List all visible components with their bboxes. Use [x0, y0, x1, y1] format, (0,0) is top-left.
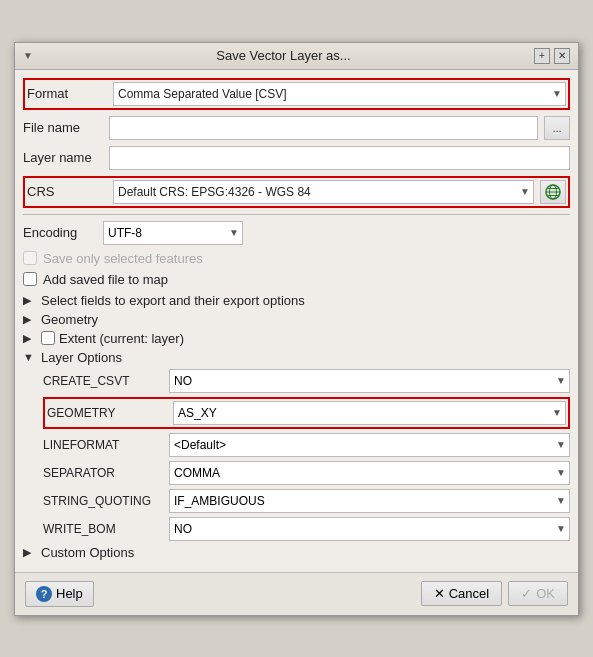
separator-select[interactable]: COMMA: [169, 461, 570, 485]
geometry-collapsible[interactable]: ▶ Geometry: [23, 312, 570, 327]
extent-checkbox[interactable]: [41, 331, 55, 345]
save-only-selected-label: Save only selected features: [43, 251, 203, 266]
select-fields-label: Select fields to export and their export…: [41, 293, 305, 308]
titlebar-close-button[interactable]: ✕: [554, 48, 570, 64]
ok-icon: ✓: [521, 586, 532, 601]
string-quoting-row: STRING_QUOTING IF_AMBIGUOUS ▼: [43, 489, 570, 513]
titlebar-plus-button[interactable]: +: [534, 48, 550, 64]
encoding-select-wrapper: UTF-8 ▼: [103, 221, 243, 245]
format-select-wrapper: Comma Separated Value [CSV] ▼: [113, 82, 566, 106]
layer-options-label: Layer Options: [41, 350, 122, 365]
lineformat-label: LINEFORMAT: [43, 438, 163, 452]
layername-input[interactable]: [109, 146, 570, 170]
write-bom-row: WRITE_BOM NO ▼: [43, 517, 570, 541]
create-csvt-select[interactable]: NO: [169, 369, 570, 393]
ok-label: OK: [536, 586, 555, 601]
separator-label: SEPARATOR: [43, 466, 163, 480]
format-row: Format Comma Separated Value [CSV] ▼: [27, 82, 566, 106]
separator-row: SEPARATOR COMMA ▼: [43, 461, 570, 485]
save-only-selected-checkbox[interactable]: [23, 251, 37, 265]
write-bom-label: WRITE_BOM: [43, 522, 163, 536]
custom-options-label: Custom Options: [41, 545, 134, 560]
dialog-title: Save Vector Layer as...: [33, 48, 534, 63]
cancel-button[interactable]: ✕ Cancel: [421, 581, 502, 606]
crs-row: CRS Default CRS: EPSG:4326 - WGS 84 ▼: [27, 180, 566, 204]
layer-options-section: CREATE_CSVT NO ▼ GEOMETRY AS_XY: [23, 369, 570, 541]
write-bom-select[interactable]: NO: [169, 517, 570, 541]
lineformat-select[interactable]: <Default>: [169, 433, 570, 457]
cancel-label: Cancel: [449, 586, 489, 601]
help-label: Help: [56, 586, 83, 601]
extent-label: Extent (current: layer): [59, 331, 184, 346]
geometry-option-section: GEOMETRY AS_XY ▼: [43, 397, 570, 429]
browse-button[interactable]: ...: [544, 116, 570, 140]
help-icon: ?: [36, 586, 52, 602]
geometry-label: Geometry: [41, 312, 98, 327]
custom-options-arrow-icon: ▶: [23, 546, 37, 559]
select-fields-arrow-icon: ▶: [23, 294, 37, 307]
dialog-footer: ? Help ✕ Cancel ✓ OK: [15, 572, 578, 615]
crs-select[interactable]: Default CRS: EPSG:4326 - WGS 84: [113, 180, 534, 204]
string-quoting-select[interactable]: IF_AMBIGUOUS: [169, 489, 570, 513]
add-saved-file-label: Add saved file to map: [43, 272, 168, 287]
lineformat-select-wrapper: <Default> ▼: [169, 433, 570, 457]
extent-collapsible[interactable]: ▶ Extent (current: layer): [23, 331, 570, 346]
format-section: Format Comma Separated Value [CSV] ▼: [23, 78, 570, 110]
encoding-row: Encoding UTF-8 ▼: [23, 221, 570, 245]
ok-button[interactable]: ✓ OK: [508, 581, 568, 606]
layername-label: Layer name: [23, 150, 103, 165]
select-fields-collapsible[interactable]: ▶ Select fields to export and their expo…: [23, 293, 570, 308]
globe-icon: [544, 183, 562, 201]
cancel-icon: ✕: [434, 586, 445, 601]
crs-section: CRS Default CRS: EPSG:4326 - WGS 84 ▼: [23, 176, 570, 208]
lineformat-row: LINEFORMAT <Default> ▼: [43, 433, 570, 457]
titlebar-left: ▼: [23, 50, 33, 61]
layername-row: Layer name: [23, 146, 570, 170]
filename-label: File name: [23, 120, 103, 135]
save-only-selected-row: Save only selected features: [23, 251, 570, 266]
extent-arrow-icon: ▶: [23, 332, 37, 345]
geometry-select-wrapper: AS_XY ▼: [173, 401, 566, 425]
crs-globe-button[interactable]: [540, 180, 566, 204]
layer-options-arrow-icon: ▼: [23, 351, 37, 363]
filename-row: File name ...: [23, 116, 570, 140]
layer-options-content: CREATE_CSVT NO ▼ GEOMETRY AS_XY: [43, 369, 570, 541]
geometry-option-row: GEOMETRY AS_XY ▼: [47, 401, 566, 425]
custom-options-collapsible[interactable]: ▶ Custom Options: [23, 545, 570, 560]
crs-label: CRS: [27, 184, 107, 199]
dialog-content: Format Comma Separated Value [CSV] ▼ Fil…: [15, 70, 578, 572]
add-saved-file-checkbox[interactable]: [23, 272, 37, 286]
write-bom-select-wrapper: NO ▼: [169, 517, 570, 541]
create-csvt-row: CREATE_CSVT NO ▼: [43, 369, 570, 393]
geometry-arrow-icon: ▶: [23, 313, 37, 326]
encoding-select[interactable]: UTF-8: [103, 221, 243, 245]
separator-1: [23, 214, 570, 215]
encoding-label: Encoding: [23, 225, 103, 240]
titlebar: ▼ Save Vector Layer as... + ✕: [15, 43, 578, 70]
titlebar-controls: + ✕: [534, 48, 570, 64]
filename-input[interactable]: [109, 116, 538, 140]
geometry-select[interactable]: AS_XY: [173, 401, 566, 425]
add-saved-file-row: Add saved file to map: [23, 272, 570, 287]
create-csvt-label: CREATE_CSVT: [43, 374, 163, 388]
format-select[interactable]: Comma Separated Value [CSV]: [113, 82, 566, 106]
separator-select-wrapper: COMMA ▼: [169, 461, 570, 485]
create-csvt-select-wrapper: NO ▼: [169, 369, 570, 393]
geometry-option-label: GEOMETRY: [47, 406, 167, 420]
string-quoting-select-wrapper: IF_AMBIGUOUS ▼: [169, 489, 570, 513]
help-button[interactable]: ? Help: [25, 581, 94, 607]
string-quoting-label: STRING_QUOTING: [43, 494, 163, 508]
titlebar-arrow-icon: ▼: [23, 50, 33, 61]
footer-right: ✕ Cancel ✓ OK: [421, 581, 568, 606]
dialog-window: ▼ Save Vector Layer as... + ✕ Format Com…: [14, 42, 579, 616]
crs-select-wrapper: Default CRS: EPSG:4326 - WGS 84 ▼: [113, 180, 534, 204]
format-label: Format: [27, 86, 107, 101]
layer-options-collapsible[interactable]: ▼ Layer Options: [23, 350, 570, 365]
